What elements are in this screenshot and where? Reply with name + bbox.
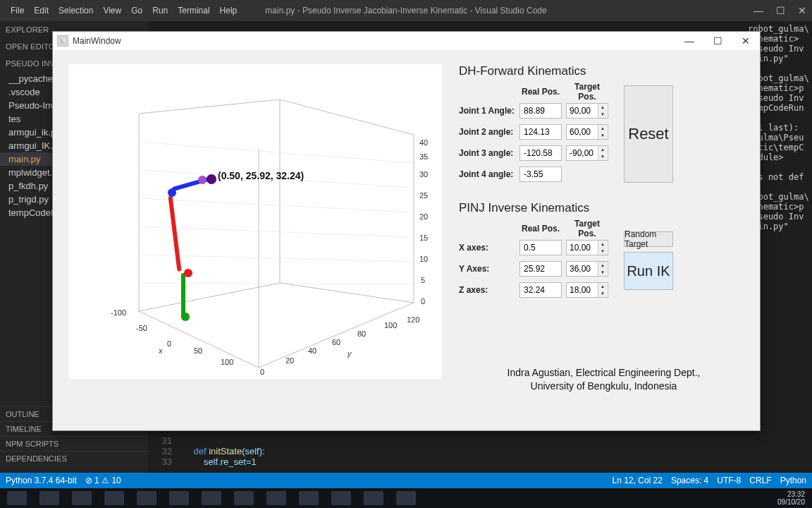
status-cursor[interactable]: Ln 12, Col 22 (613, 476, 663, 485)
spin-down-icon[interactable]: ▼ (598, 269, 607, 276)
menu-view[interactable]: View (98, 6, 126, 16)
taskview-icon[interactable] (39, 491, 59, 505)
status-eol[interactable]: CRLF (749, 476, 771, 485)
joint3-target-input[interactable] (567, 146, 598, 160)
spin-up-icon[interactable]: ▲ (598, 104, 607, 111)
reset-button[interactable]: Reset (624, 85, 673, 183)
clock-time: 23:32 (777, 490, 805, 498)
z-real (519, 282, 562, 298)
x-tick: -100 (111, 308, 126, 317)
keyword: def (193, 446, 206, 456)
mainwindow-title: MainWindow (73, 36, 121, 46)
z-tick: 5 (421, 276, 425, 284)
menu-terminal[interactable]: Terminal (173, 6, 214, 16)
y-tick: 40 (308, 346, 316, 355)
vscode-close-icon[interactable]: ✕ (798, 5, 806, 16)
function-name: initState (209, 446, 242, 456)
record-icon[interactable] (331, 491, 351, 505)
run-ik-button[interactable]: Run IK (624, 252, 673, 290)
x-target[interactable]: ▲▼ (566, 240, 608, 255)
y-target[interactable]: ▲▼ (566, 261, 608, 277)
start-icon[interactable] (7, 491, 27, 505)
mainwindow-titlebar[interactable]: MainWindow — ☐ ✕ (53, 32, 760, 50)
spin-up-icon[interactable]: ▲ (598, 283, 607, 290)
spin-up-icon[interactable]: ▲ (598, 241, 607, 248)
dependencies-section[interactable]: DEPENDENCIES (0, 451, 148, 466)
menu-help[interactable]: Help (215, 6, 242, 16)
vscode-minimize-icon[interactable]: — (753, 5, 763, 16)
random-target-button[interactable]: Random Target (624, 231, 673, 247)
fk-real-header: Real Pos. (519, 87, 562, 97)
search-icon[interactable] (202, 491, 221, 505)
joint2-real (519, 124, 562, 140)
plot-axes (68, 64, 442, 379)
joint1-real (519, 103, 562, 119)
joint1-label: Joint 1 Angle: (459, 106, 515, 116)
npm-section[interactable]: NPM SCRIPTS (0, 436, 148, 451)
menu-go[interactable]: Go (126, 6, 147, 16)
menu-run[interactable]: Run (147, 6, 173, 16)
z-target[interactable]: ▲▼ (566, 282, 608, 298)
fk-heading: DH-Forward Kinematics (459, 64, 749, 78)
end-effector (207, 174, 216, 184)
spin-down-icon[interactable]: ▼ (598, 111, 607, 118)
z-tick: 30 (419, 170, 428, 179)
app-icon[interactable] (104, 491, 124, 505)
minimize-button[interactable]: — (675, 32, 703, 50)
spin-up-icon[interactable]: ▲ (598, 262, 607, 269)
joint-base (181, 313, 190, 321)
system-clock[interactable]: 23:32 09/10/20 (777, 490, 805, 506)
y-label: Y Axes: (459, 264, 515, 274)
x-tick: 100 (221, 358, 233, 366)
svg-line-3 (139, 226, 414, 237)
x-target-input[interactable] (567, 241, 598, 255)
plot-3d[interactable]: -100 -50 0 50 100 x 0 20 40 60 80 100 12… (68, 64, 442, 379)
ik-heading: PINJ Inverse Kinematics (459, 201, 749, 215)
y-real (519, 261, 562, 277)
line-number: 32 (148, 446, 183, 456)
status-spaces[interactable]: Spaces: 4 (671, 476, 708, 485)
python-icon[interactable] (396, 491, 416, 505)
status-encoding[interactable]: UTF-8 (717, 476, 741, 485)
x-tick: -50 (136, 324, 147, 332)
line-number: 33 (148, 456, 183, 467)
spin-down-icon[interactable]: ▼ (598, 248, 607, 255)
vscode-icon[interactable] (234, 491, 254, 505)
spin-down-icon[interactable]: ▼ (598, 290, 607, 297)
joint3-target[interactable]: ▲▼ (566, 145, 608, 161)
joint4-real (519, 167, 562, 182)
menu-edit[interactable]: Edit (29, 6, 54, 16)
obs-icon[interactable] (364, 491, 383, 505)
spin-down-icon[interactable]: ▼ (598, 153, 607, 160)
x-real (519, 240, 562, 255)
z-target-input[interactable] (567, 283, 598, 297)
windows-taskbar: 23:32 09/10/20 (0, 488, 812, 508)
spin-up-icon[interactable]: ▲ (598, 146, 607, 153)
status-lang[interactable]: Python (780, 476, 806, 485)
y-target-input[interactable] (567, 262, 598, 276)
status-python[interactable]: Python 3.7.4 64-bit (6, 476, 77, 485)
spin-down-icon[interactable]: ▼ (598, 132, 607, 139)
menu-file[interactable]: File (6, 6, 29, 16)
folder-icon[interactable] (137, 491, 156, 505)
joint1-target[interactable]: ▲▼ (566, 103, 608, 119)
chrome-icon[interactable] (266, 491, 286, 505)
menu-selection[interactable]: Selection (54, 6, 98, 16)
signature: (self): (242, 446, 265, 456)
status-problems[interactable]: ⊘ 1 ⚠ 10 (85, 476, 121, 485)
credit-line1: Indra Agustian, Electrical Engineering D… (459, 366, 749, 380)
joint2-target-input[interactable] (567, 125, 598, 139)
joint2-target[interactable]: ▲▼ (566, 124, 608, 140)
close-button[interactable]: ✕ (732, 32, 760, 50)
joint1-target-input[interactable] (567, 104, 598, 118)
link-green (181, 273, 185, 318)
maximize-button[interactable]: ☐ (703, 32, 732, 50)
z-tick: 25 (419, 191, 428, 200)
vscode-maximize-icon[interactable]: ☐ (776, 5, 785, 16)
explorer-icon[interactable] (72, 491, 92, 505)
app2-icon[interactable] (299, 491, 319, 505)
spin-up-icon[interactable]: ▲ (598, 125, 607, 132)
x-label: x (159, 346, 163, 355)
photos-icon[interactable] (169, 491, 189, 505)
credit-line2: University of Bengkulu, Indonesia (459, 380, 749, 393)
